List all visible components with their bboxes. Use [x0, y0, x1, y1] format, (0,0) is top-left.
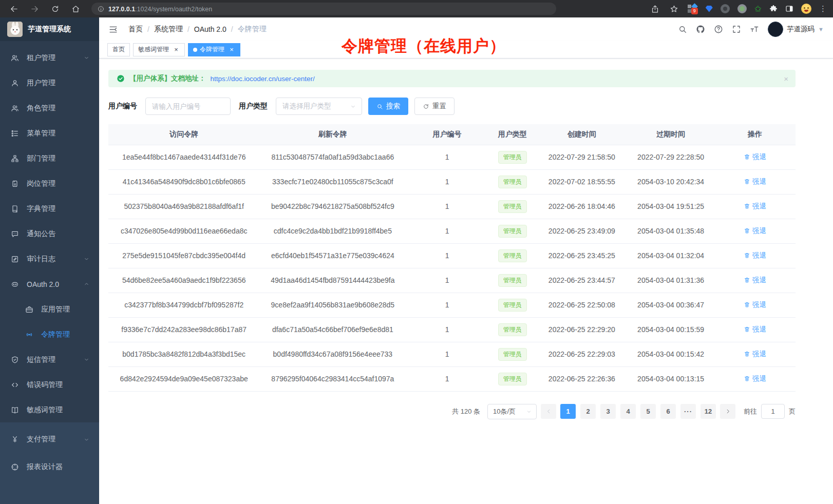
doc-link[interactable]: https://doc.iocoder.cn/user-center/ [211, 75, 315, 83]
github-icon[interactable] [696, 25, 705, 34]
sidebar-item-令牌管理[interactable]: 令牌管理 [0, 322, 99, 347]
profile-avatar[interactable] [801, 4, 811, 14]
user-id-cell: 1 [406, 219, 488, 243]
force-logout-link[interactable]: 强退 [744, 325, 766, 334]
table-header-row: 访问令牌刷新令牌用户编号用户类型创建时间过期时间操作 [108, 124, 796, 145]
sidebar-item-短信管理[interactable]: 短信管理 [0, 347, 99, 372]
sidebar-item-OAuth 2.0[interactable]: OAuth 2.0 [0, 272, 99, 297]
site-info-icon[interactable] [98, 6, 104, 12]
dark-extension-icon[interactable] [721, 4, 730, 13]
action-cell: 强退 [714, 366, 796, 391]
gem-extension-icon[interactable] [706, 6, 713, 12]
tab-令牌管理[interactable]: 令牌管理× [188, 43, 240, 56]
sidebar-item-应用管理[interactable]: 应用管理 [0, 297, 99, 322]
font-size-icon[interactable] [750, 25, 759, 34]
green-extension-icon[interactable] [737, 4, 747, 13]
trash-icon [744, 227, 750, 234]
chevron-down-icon [83, 256, 90, 262]
sidebar-item-审计日志[interactable]: 审计日志 [0, 246, 99, 272]
alert-close-icon[interactable]: × [784, 74, 788, 83]
url-host: 127.0.0.1 [108, 6, 135, 13]
force-logout-link[interactable]: 强退 [744, 177, 766, 186]
column-header: 创建时间 [537, 124, 628, 145]
page-button-3[interactable]: 3 [600, 404, 616, 419]
user-type-select[interactable]: 请选择用户类型 [276, 98, 362, 115]
bookmark-star-icon[interactable] [669, 2, 680, 15]
sidebar-item-菜单管理[interactable]: 菜单管理 [0, 121, 99, 146]
help-icon[interactable] [714, 25, 723, 34]
user-type-cell: 管理员 [488, 293, 537, 317]
reset-button[interactable]: 重置 [414, 98, 455, 115]
address-bar[interactable]: 127.0.0.1:1024/system/oauth2/token [91, 3, 556, 15]
force-logout-link[interactable]: 强退 [744, 300, 766, 309]
search-button[interactable]: 搜索 [368, 98, 408, 115]
page-button-4[interactable]: 4 [620, 404, 636, 419]
user-id-input[interactable] [145, 98, 231, 115]
sidebar-item-支付管理[interactable]: 支付管理 [0, 425, 99, 453]
browser-menu-icon[interactable]: ⋮ [819, 4, 827, 13]
sidebar-item-报表设计器[interactable]: 报表设计器 [0, 453, 99, 481]
star-extension-icon[interactable]: ✩ [754, 5, 762, 13]
page-button-2[interactable]: 2 [580, 404, 596, 419]
tab-close-icon[interactable]: × [228, 46, 235, 53]
table-row: 41c41346a548490f9dc8b01c6bfe0865333ecfc7… [108, 169, 796, 194]
sidebar-item-部门管理[interactable]: 部门管理 [0, 146, 99, 171]
page-button-5[interactable]: 5 [640, 404, 656, 419]
sidebar-item-岗位管理[interactable]: 岗位管理 [0, 171, 99, 196]
sidebar-item-用户管理[interactable]: 用户管理 [0, 70, 99, 95]
app-logo-bar[interactable]: 芋道管理系统 [0, 17, 99, 41]
extension-icon[interactable]: 9 [688, 4, 698, 14]
collapse-sidebar-icon[interactable] [108, 25, 118, 34]
dict-icon [11, 205, 19, 213]
table-row: 1ea5e44f8bc1467aaede43144f31de76811c5304… [108, 145, 796, 169]
page-button-12[interactable]: 12 [701, 404, 716, 419]
post-icon [11, 180, 19, 188]
extension-badge: 9 [691, 8, 698, 14]
refresh-token-cell: 8796295f04064c2983414cc54af1097a [259, 366, 406, 391]
force-logout-link[interactable]: 强退 [744, 226, 766, 236]
fullscreen-icon[interactable] [732, 25, 741, 34]
tab-close-icon[interactable]: × [173, 46, 180, 53]
page-ellipsis[interactable]: ··· [680, 404, 696, 419]
sidebar-item-错误码管理[interactable]: 错误码管理 [0, 372, 99, 397]
puzzle-icon[interactable] [769, 5, 778, 13]
action-cell: 强退 [714, 169, 796, 194]
sidebar-item-敏感词管理[interactable]: 敏感词管理 [0, 397, 99, 422]
back-icon[interactable] [6, 2, 22, 15]
trash-icon [744, 277, 750, 283]
force-logout-link[interactable]: 强退 [744, 374, 766, 383]
user-menu[interactable]: 芋道源码 ▼ [768, 22, 824, 37]
page-button-6[interactable]: 6 [660, 404, 676, 419]
home-icon[interactable] [68, 2, 83, 15]
tab-首页[interactable]: 首页 [107, 43, 130, 56]
sidebar-item-通知公告[interactable]: 通知公告 [0, 221, 99, 246]
sidebar-item-租户管理[interactable]: 租户管理 [0, 45, 99, 70]
refresh-token-cell: 333ecfc71e02480cb11055c875c3ca0f [259, 169, 406, 194]
jump-page-input[interactable] [761, 404, 785, 419]
page-size-select[interactable]: 10条/页 [487, 404, 537, 419]
share-icon[interactable] [650, 2, 661, 15]
trash-icon [744, 326, 750, 333]
search-icon[interactable] [678, 25, 687, 34]
forward-icon[interactable] [27, 2, 42, 15]
sidebar-item-角色管理[interactable]: 角色管理 [0, 95, 99, 121]
force-logout-link[interactable]: 强退 [744, 350, 766, 359]
sidebar-item-字典管理[interactable]: 字典管理 [0, 196, 99, 221]
report-icon [11, 463, 19, 471]
tab-敏感词管理[interactable]: 敏感词管理× [133, 43, 185, 56]
app-manage-icon [25, 305, 33, 314]
reload-icon[interactable] [47, 2, 63, 15]
force-logout-link[interactable]: 强退 [744, 202, 766, 211]
next-page-button[interactable] [720, 404, 735, 419]
breadcrumb-item[interactable]: OAuth 2.0 [194, 25, 226, 33]
token-table: 访问令牌刷新令牌用户编号用户类型创建时间过期时间操作 1ea5e44f8bc14… [108, 124, 796, 392]
prev-page-button[interactable] [541, 404, 556, 419]
breadcrumb-item[interactable]: 首页 [128, 25, 143, 34]
user-type-badge: 管理员 [498, 274, 527, 287]
side-panel-icon[interactable] [785, 5, 793, 13]
force-logout-link[interactable]: 强退 [744, 276, 766, 285]
page-button-1[interactable]: 1 [560, 404, 576, 419]
breadcrumb-item[interactable]: 系统管理 [154, 25, 183, 34]
force-logout-link[interactable]: 强退 [744, 152, 766, 162]
force-logout-link[interactable]: 强退 [744, 251, 766, 260]
